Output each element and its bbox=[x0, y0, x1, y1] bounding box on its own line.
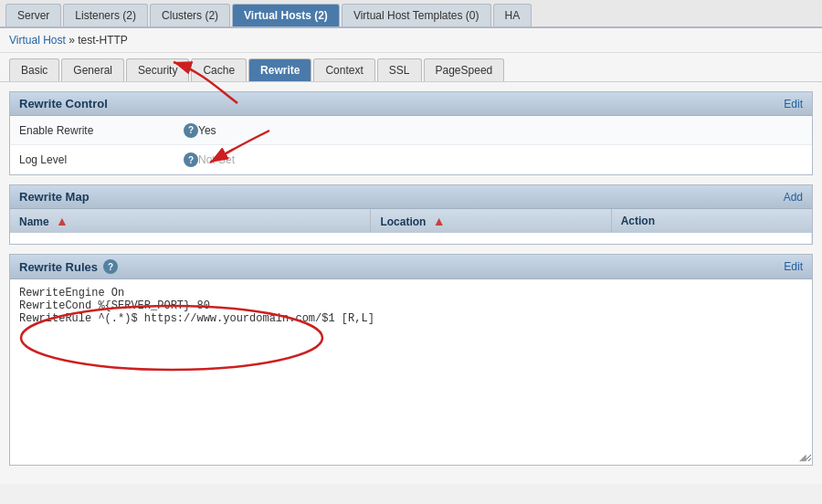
rewrite-map-section: Rewrite Map Add Name ▲ Location ▲ bbox=[9, 184, 813, 245]
help-icon-enable-rewrite[interactable]: ? bbox=[184, 123, 198, 138]
help-icon-log-level[interactable]: ? bbox=[184, 152, 198, 167]
col-action: Action bbox=[611, 209, 811, 233]
tab-basic[interactable]: Basic bbox=[9, 58, 59, 81]
tab-virtual-host-templates[interactable]: Virtual Host Templates (0) bbox=[342, 4, 491, 26]
tab-rewrite[interactable]: Rewrite bbox=[248, 58, 311, 81]
rewrite-rules-textarea[interactable]: RewriteEngine On RewriteCond %{SERVER_PO… bbox=[10, 279, 812, 462]
tab-cache[interactable]: Cache bbox=[191, 58, 247, 81]
rewrite-map-add-button[interactable]: Add bbox=[784, 191, 803, 204]
rewrite-control-title: Rewrite Control bbox=[19, 97, 108, 110]
tab-ssl[interactable]: SSL bbox=[377, 58, 422, 81]
field-value-log-level: Not Set bbox=[198, 153, 235, 166]
rewrite-control-section: Rewrite Control Edit Enable Rewrite ? Ye… bbox=[9, 91, 813, 175]
tab-listeners[interactable]: Listeners (2) bbox=[63, 4, 148, 26]
tab-general[interactable]: General bbox=[61, 58, 124, 81]
rewrite-rules-title: Rewrite Rules bbox=[19, 260, 98, 274]
rewrite-rules-header: Rewrite Rules ? Edit bbox=[10, 255, 812, 279]
tab-clusters[interactable]: Clusters (2) bbox=[150, 4, 230, 26]
field-row-log-level: Log Level ? Not Set bbox=[10, 145, 812, 174]
breadcrumb-current: test-HTTP bbox=[78, 34, 128, 47]
breadcrumb-virtual-host[interactable]: Virtual Host bbox=[9, 34, 66, 47]
field-value-enable-rewrite: Yes bbox=[198, 124, 216, 137]
rules-textarea-wrapper: RewriteEngine On RewriteCond %{SERVER_PO… bbox=[10, 279, 812, 465]
tab-pagespeed[interactable]: PageSpeed bbox=[424, 58, 505, 81]
sort-icon-name[interactable]: ▲ bbox=[56, 214, 68, 228]
rewrite-map-header: Rewrite Map Add bbox=[10, 185, 812, 209]
main-content: Rewrite Control Edit Enable Rewrite ? Ye… bbox=[0, 82, 822, 484]
tab-security[interactable]: Security bbox=[126, 58, 189, 81]
rewrite-control-edit-button[interactable]: Edit bbox=[784, 98, 803, 110]
rewrite-control-header: Rewrite Control Edit bbox=[10, 92, 812, 116]
field-row-enable-rewrite: Enable Rewrite ? Yes bbox=[10, 116, 812, 145]
field-label-log-level: Log Level bbox=[19, 153, 184, 166]
tab-context[interactable]: Context bbox=[313, 58, 374, 81]
tab-virtual-hosts[interactable]: Virtual Hosts (2) bbox=[232, 4, 340, 26]
map-table-empty-row bbox=[10, 233, 812, 244]
field-label-enable-rewrite: Enable Rewrite bbox=[19, 124, 184, 137]
rewrite-rules-edit-button[interactable]: Edit bbox=[784, 260, 803, 273]
top-nav: Server Listeners (2) Clusters (2) Virtua… bbox=[0, 0, 822, 28]
breadcrumb: Virtual Host » test-HTTP bbox=[0, 28, 822, 53]
sub-tabs: Basic General Security Cache Rewrite Con… bbox=[0, 53, 822, 82]
sort-icon-location[interactable]: ▲ bbox=[433, 214, 446, 228]
tab-ha[interactable]: HA bbox=[493, 4, 532, 26]
tab-server[interactable]: Server bbox=[5, 4, 61, 26]
col-name: Name ▲ bbox=[10, 209, 371, 233]
rewrite-map-title: Rewrite Map bbox=[19, 190, 90, 204]
col-location: Location ▲ bbox=[371, 209, 611, 233]
textarea-resize-handle[interactable]: ◢ bbox=[799, 452, 810, 463]
rewrite-map-table: Name ▲ Location ▲ Action bbox=[10, 209, 812, 244]
help-icon-rewrite-rules[interactable]: ? bbox=[103, 259, 118, 274]
rewrite-rules-section: Rewrite Rules ? Edit RewriteEngine On Re… bbox=[9, 254, 813, 466]
